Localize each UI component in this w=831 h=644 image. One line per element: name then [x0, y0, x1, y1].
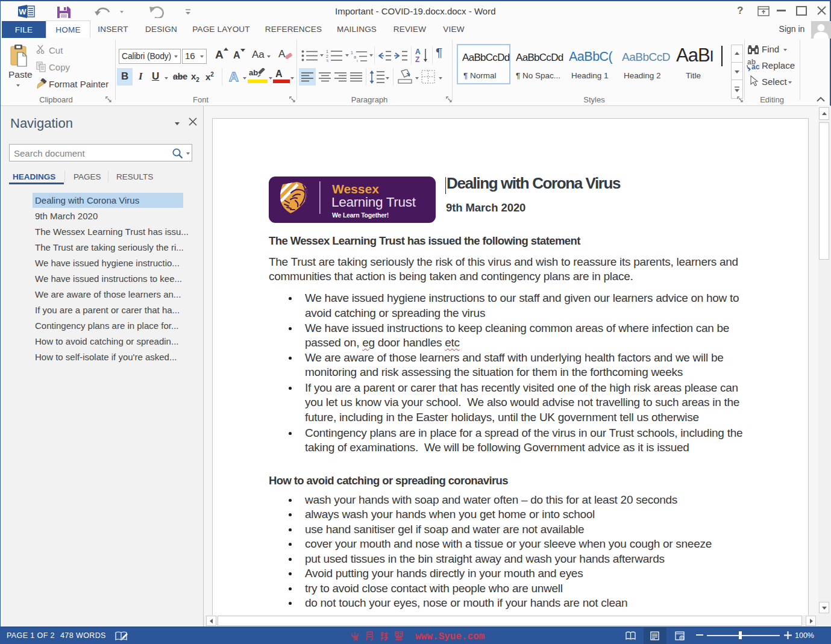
svg-text:Z: Z — [415, 55, 419, 63]
svg-text:A: A — [229, 69, 239, 84]
svg-text:a: a — [354, 55, 356, 59]
svg-text:3: 3 — [326, 59, 328, 62]
svg-text:i: i — [357, 59, 358, 62]
svg-text:1: 1 — [326, 49, 328, 54]
svg-text:W: W — [19, 7, 27, 16]
svg-text:A: A — [415, 48, 421, 56]
svg-text:1: 1 — [351, 51, 353, 55]
svg-text:2: 2 — [326, 54, 328, 58]
